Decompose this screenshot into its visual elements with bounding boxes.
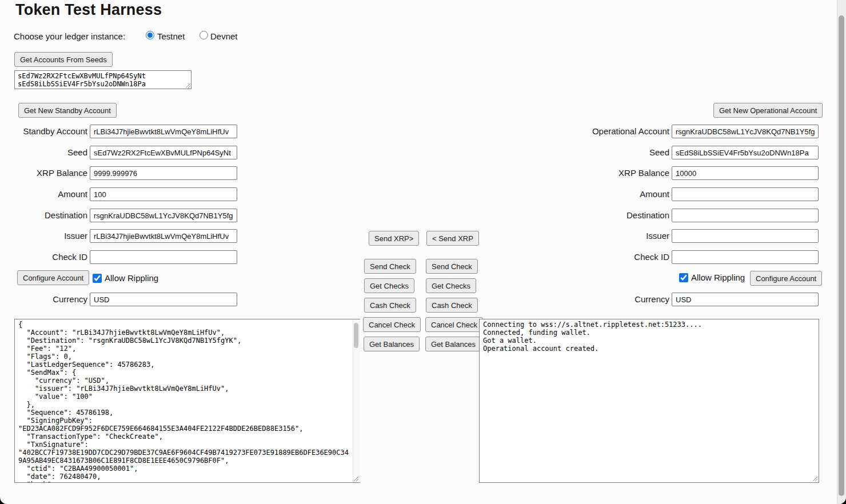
ledger-instance-label: Choose your ledger instance: [14,31,125,42]
standby-configure-account-button[interactable]: Configure Account [17,270,89,285]
resize-grip-icon[interactable] [185,83,191,89]
radio-devnet-label[interactable]: Devnet [210,31,238,42]
operational-cancel-check-button[interactable]: Cancel Check [425,317,483,332]
operational-xrp-balance-input[interactable] [672,166,819,180]
standby-issuer-label: Issuer [0,229,87,243]
operational-destination-label: Destination [555,209,669,222]
standby-check-id-label: Check ID [0,250,87,264]
operational-check-id-input[interactable] [672,250,819,264]
operational-seed-input[interactable] [672,146,819,159]
operational-results-textarea[interactable]: Connecting to wss://s.altnet.rippletest.… [479,319,819,483]
radio-testnet-label[interactable]: Testnet [157,31,185,42]
get-new-standby-account-button[interactable]: Get New Standby Account [18,103,117,118]
operational-get-checks-button[interactable]: Get Checks [426,278,476,293]
get-new-operational-account-button[interactable]: Get New Operational Account [713,103,823,118]
page-scrollbar-track[interactable] [837,0,846,504]
operational-currency-label: Currency [555,293,669,306]
standby-allow-rippling-label[interactable]: Allow Rippling [105,273,158,284]
page-scrollbar-thumb[interactable] [839,15,844,496]
standby-cancel-check-button[interactable]: Cancel Check [363,317,421,332]
operational-issuer-input[interactable] [672,229,819,243]
standby-amount-input[interactable] [90,187,237,201]
standby-seed-input[interactable] [90,146,237,159]
resize-grip-icon[interactable] [812,476,818,482]
operational-check-id-label: Check ID [555,250,669,264]
operational-currency-input[interactable] [672,293,819,306]
token-test-harness-page: Token Test Harness Choose your ledger in… [0,0,846,504]
standby-check-id-input[interactable] [90,250,237,264]
operational-get-balances-button[interactable]: Get Balances [425,337,481,351]
standby-currency-label: Currency [0,293,87,306]
radio-devnet[interactable] [199,31,208,39]
operational-amount-input[interactable] [672,187,819,201]
standby-account-input[interactable] [90,125,237,138]
standby-send-check-button[interactable]: Send Check [364,259,416,274]
standby-results-textarea[interactable]: { "Account": "rLBi34J7hjieBwvtkt8LwVmQeY… [14,319,360,483]
operational-send-check-button[interactable]: Send Check [426,259,478,274]
seeds-textarea[interactable]: sEd7Wz2RX2FtcEwXBvMULfPNp64SyNt sEdS8iLb… [14,70,191,89]
standby-get-balances-button[interactable]: Get Balances [364,337,420,351]
operational-allow-rippling-checkbox[interactable] [679,273,688,282]
standby-cash-check-button[interactable]: Cash Check [364,298,416,313]
standby-allow-rippling-checkbox[interactable] [93,274,102,283]
standby-currency-input[interactable] [90,293,237,306]
standby-get-checks-button[interactable]: Get Checks [364,278,414,293]
operational-cash-check-button[interactable]: Cash Check [426,298,478,313]
standby-seed-label: Seed [0,146,87,159]
scrollbar-thumb[interactable] [354,323,358,348]
standby-xrp-balance-input[interactable] [90,166,237,180]
operational-xrp-balance-label: XRP Balance [555,166,669,180]
page-title: Token Test Harness [15,1,162,19]
standby-send-xrp-button[interactable]: Send XRP> [369,231,419,246]
operational-send-xrp-button[interactable]: < Send XRP [426,231,479,246]
operational-configure-account-button[interactable]: Configure Account [750,271,822,286]
operational-destination-input[interactable] [672,209,819,222]
resize-grip-icon[interactable] [353,476,359,482]
standby-issuer-input[interactable] [90,229,237,243]
operational-amount-label: Amount [555,187,669,201]
standby-destination-label: Destination [0,209,87,222]
operational-account-label: Operational Account [555,125,669,138]
get-accounts-from-seeds-button[interactable]: Get Accounts From Seeds [14,52,113,67]
operational-account-input[interactable] [672,125,819,138]
standby-destination-input[interactable] [90,209,237,222]
operational-issuer-label: Issuer [555,229,669,243]
operational-seed-label: Seed [555,146,669,159]
standby-xrp-balance-label: XRP Balance [0,166,87,180]
radio-testnet[interactable] [146,31,154,39]
operational-allow-rippling-label[interactable]: Allow Rippling [691,272,745,283]
standby-results-scrollbar[interactable] [353,319,360,482]
standby-account-label: Standby Account [0,125,87,138]
standby-amount-label: Amount [0,187,87,201]
